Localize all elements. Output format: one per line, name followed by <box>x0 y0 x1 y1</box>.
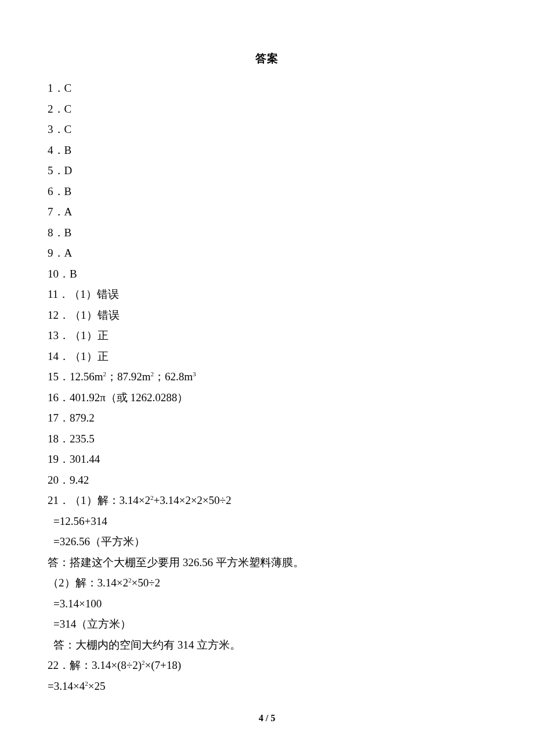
answer-line: 15．12.56m2；87.92m2；62.8m3 <box>48 371 486 382</box>
answer-line: 20．9.42 <box>48 474 486 485</box>
page-footer: 4 / 5 <box>0 713 534 723</box>
answer-line: 4．B <box>48 145 486 156</box>
answer-line: =12.56+314 <box>48 516 486 527</box>
answer-line: 3．C <box>48 124 486 135</box>
answer-line: 11．（1）错误 <box>48 289 486 300</box>
answer-line: 22．解：3.14×(8÷2)2×(7+18) <box>48 660 486 671</box>
answer-line: 2．C <box>48 103 486 114</box>
answer-line: 21．（1）解：3.14×22+3.14×2×2×50÷2 <box>48 495 486 506</box>
answer-line: 9．A <box>48 247 486 258</box>
answer-line: 17．879.2 <box>48 412 486 423</box>
answer-line: 18．235.5 <box>48 433 486 444</box>
answer-content: 1．C2．C3．C4．B5．D6．B7．A8．B9．A10．B11．（1）错误1… <box>48 82 486 692</box>
answer-line: 13．（1）正 <box>48 330 486 341</box>
answer-line: 14．（1）正 <box>48 351 486 362</box>
answer-line: 7．A <box>48 206 486 217</box>
page-title: 答案 <box>48 51 486 66</box>
answer-line: 1．C <box>48 82 486 93</box>
answer-line: 5．D <box>48 165 486 176</box>
document-page: 答案 1．C2．C3．C4．B5．D6．B7．A8．B9．A10．B11．（1）… <box>0 0 534 756</box>
answer-line: （2）解：3.14×22×50÷2 <box>48 577 486 588</box>
answer-line: 12．（1）错误 <box>48 309 486 321</box>
answer-line: 6．B <box>48 186 486 197</box>
answer-line: =314（立方米） <box>48 618 486 629</box>
answer-line: 8．B <box>48 227 486 238</box>
answer-line: 19．301.44 <box>48 453 486 465</box>
answer-line: 10．B <box>48 268 486 279</box>
answer-line: 答：搭建这个大棚至少要用 326.56 平方米塑料薄膜。 <box>48 557 486 568</box>
answer-line: =3.14×100 <box>48 598 486 609</box>
answer-line: =326.56（平方米） <box>48 536 486 547</box>
answer-line: =3.14×42×25 <box>48 681 486 692</box>
answer-line: 16．401.92π（或 1262.0288） <box>48 392 486 403</box>
answer-line: 答：大棚内的空间大约有 314 立方米。 <box>48 639 486 650</box>
